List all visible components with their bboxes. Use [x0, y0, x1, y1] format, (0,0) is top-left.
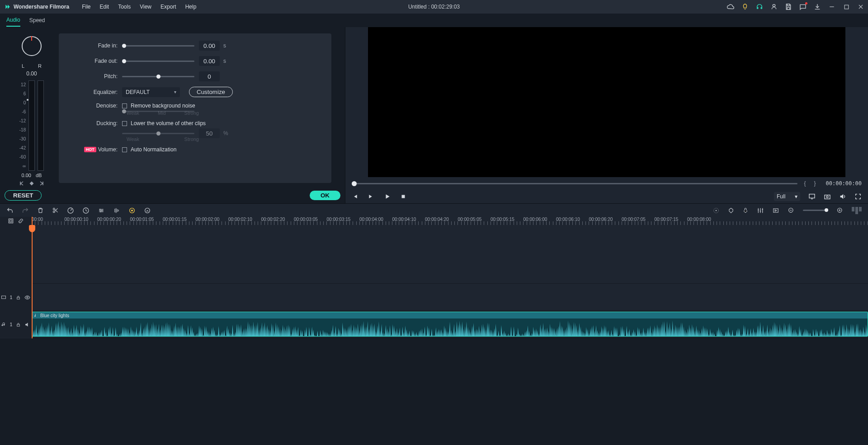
color-icon[interactable] — [128, 207, 136, 214]
mark-out-icon[interactable]: } — [812, 180, 818, 187]
speed-icon[interactable] — [67, 207, 74, 214]
equalizer-select[interactable]: DEFAULT▾ — [122, 87, 180, 97]
fade-out-unit: s — [223, 58, 226, 64]
balance-value: 0.00 — [26, 70, 37, 77]
vu-next-icon[interactable] — [39, 181, 44, 186]
pitch-slider[interactable] — [122, 76, 194, 77]
menu-view[interactable]: View — [136, 2, 155, 12]
svg-rect-0 — [844, 5, 849, 9]
quality-select[interactable]: Full▾ — [774, 192, 800, 201]
zoom-in-icon[interactable] — [836, 207, 844, 214]
marker-icon[interactable] — [728, 207, 734, 214]
video-track-icon — [1, 295, 6, 300]
record-voiceover-icon[interactable] — [742, 207, 749, 214]
audio-clip[interactable]: Blue city lights — [32, 312, 868, 337]
audio-mixer-icon[interactable] — [757, 207, 764, 214]
mark-in-icon[interactable]: { — [802, 180, 807, 187]
auto-normalization-checkbox[interactable] — [122, 147, 127, 152]
render-icon[interactable] — [712, 207, 720, 214]
link-tracks-icon[interactable] — [18, 218, 24, 224]
balance-knob[interactable] — [18, 36, 45, 63]
maximize-icon[interactable] — [843, 3, 850, 10]
delete-icon[interactable] — [37, 207, 44, 214]
zoom-fit-icon[interactable] — [852, 207, 862, 214]
fade-in-slider[interactable] — [122, 45, 194, 47]
svg-rect-21 — [17, 324, 20, 326]
lightbulb-icon[interactable] — [741, 3, 749, 10]
fade-out-label: Fade out: — [68, 58, 122, 64]
adjust-icon[interactable] — [98, 207, 105, 214]
step-forward-icon[interactable] — [368, 193, 374, 200]
vu-prev-icon[interactable] — [19, 181, 24, 186]
redo-icon[interactable] — [22, 207, 29, 214]
svg-rect-1 — [402, 195, 405, 198]
waveform — [32, 319, 868, 337]
customize-button[interactable]: Customize — [189, 87, 233, 97]
close-icon[interactable] — [857, 3, 864, 10]
download-icon[interactable] — [814, 3, 821, 10]
tab-speed[interactable]: Speed — [29, 14, 45, 26]
video-track-1[interactable]: 1 — [0, 284, 868, 311]
reset-button[interactable]: RESET — [5, 190, 42, 201]
playhead[interactable] — [32, 217, 33, 338]
titlebar-right — [727, 3, 864, 10]
lock-icon[interactable] — [16, 322, 21, 327]
clip-title: Blue city lights — [40, 313, 69, 318]
menu-tools[interactable]: Tools — [114, 2, 134, 12]
lock-icon[interactable] — [16, 295, 21, 300]
menu-file[interactable]: File — [78, 2, 94, 12]
track-manage-icon[interactable] — [8, 218, 14, 224]
headphones-icon[interactable] — [756, 3, 763, 10]
fade-in-label: Fade in: — [68, 42, 122, 49]
volume-icon[interactable] — [839, 193, 846, 200]
timeline-bottom-area[interactable] — [0, 338, 868, 338]
display-icon[interactable] — [808, 193, 816, 200]
filmora-logo-icon — [5, 4, 11, 10]
cloud-icon[interactable] — [727, 3, 734, 10]
stop-icon[interactable] — [401, 194, 406, 199]
pitch-label: Pitch: — [68, 73, 122, 80]
eye-icon[interactable] — [24, 295, 30, 300]
fade-out-value[interactable] — [199, 56, 220, 66]
audio-track-icon — [1, 322, 6, 327]
add-media-icon[interactable] — [772, 207, 779, 214]
mute-icon[interactable] — [24, 322, 30, 328]
crop-icon[interactable] — [82, 207, 90, 214]
video-track-number: 1 — [10, 295, 13, 300]
fade-in-value[interactable] — [199, 41, 220, 51]
zoom-out-icon[interactable] — [788, 207, 795, 214]
pitch-value[interactable] — [199, 71, 220, 81]
ducking-checkbox[interactable] — [122, 121, 127, 126]
fullscreen-icon[interactable] — [854, 193, 862, 200]
save-icon[interactable] — [785, 3, 792, 10]
denoise-checkbox[interactable] — [122, 103, 127, 108]
snapshot-icon[interactable] — [824, 193, 831, 200]
preview-viewport — [368, 27, 845, 177]
audio-track-1[interactable]: 1 Blue city lights — [0, 311, 868, 338]
timeline-empty-area[interactable] — [0, 225, 868, 284]
vu-scale: 1260-6-12-18-30-42-60∞ — [19, 80, 26, 171]
play-icon[interactable] — [384, 193, 391, 200]
zoom-slider[interactable] — [803, 210, 828, 211]
split-icon[interactable] — [52, 207, 59, 214]
green-screen-icon[interactable] — [144, 207, 151, 214]
vu-keyframe-icon[interactable] — [29, 181, 34, 186]
svg-rect-2 — [809, 194, 815, 198]
app-brand: Wondershare Filmora — [0, 4, 69, 10]
timeline-ruler[interactable]: 00:0000:00:00:1000:00:00:2000:00:01:0500… — [32, 217, 868, 225]
menu-edit[interactable]: Edit — [96, 2, 113, 12]
message-icon[interactable] — [799, 3, 807, 10]
user-icon[interactable] — [770, 3, 778, 10]
tab-audio[interactable]: Audio — [6, 14, 20, 27]
undo-icon[interactable] — [6, 207, 14, 214]
svg-point-20 — [27, 296, 28, 298]
menu-export[interactable]: Export — [157, 2, 180, 12]
fade-out-slider[interactable] — [122, 61, 194, 62]
vu-right-channel — [38, 80, 44, 171]
menu-help[interactable]: Help — [182, 2, 200, 12]
minimize-icon[interactable] — [828, 3, 835, 10]
preview-scrubber[interactable] — [352, 183, 797, 184]
ok-button[interactable]: OK — [310, 191, 340, 200]
step-back-icon[interactable] — [352, 193, 358, 200]
audio-detach-icon[interactable] — [113, 207, 120, 214]
